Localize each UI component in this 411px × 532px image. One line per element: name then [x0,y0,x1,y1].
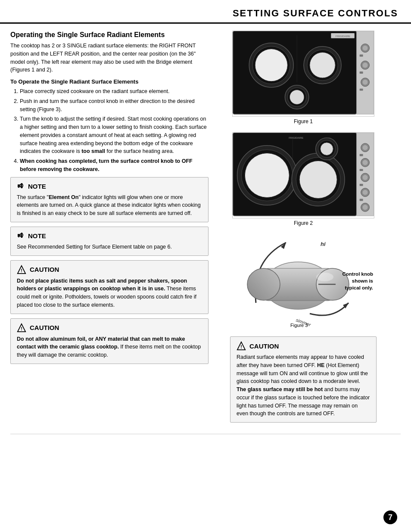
svg-point-8 [255,49,287,81]
svg-rect-23 [360,54,363,56]
caution-icon-right: ! [237,341,246,351]
svg-point-64 [316,273,333,281]
svg-text:!: ! [21,268,22,273]
figure2-svg: FRIGIDAIRE [232,132,374,218]
svg-point-20 [363,62,368,68]
svg-rect-52 [360,184,363,186]
caution-box-1: ! CAUTION Do not place plastic items suc… [10,260,209,314]
glass-hot-bold: The glass surface may still be hot [237,386,323,392]
svg-point-14 [290,90,304,105]
step-1: Place correctly sized cookware on the ra… [20,87,209,96]
caution1-body: Do not place plastic items such as salt … [17,277,202,309]
svg-point-34 [299,161,337,198]
figure1-label: Figure 1 [294,118,313,124]
caution-icon-1: ! [17,265,26,274]
page: SETTING SURFACE CONTROLS Operating the S… [0,0,411,532]
caution1-header: ! CAUTION [17,265,202,274]
step4-bold: When cooking has completed, turn the sur… [20,158,193,172]
right-column: FRIGIDAIRE Figure 1 [217,31,389,427]
svg-text:FRIGIDAIRE: FRIGIDAIRE [336,35,350,37]
svg-point-47 [363,190,368,195]
svg-point-43 [363,160,368,165]
svg-point-63 [247,268,280,300]
note2-title: NOTE [28,232,46,240]
steps-list: Place correctly sized cookware on the ra… [10,87,209,174]
figure3-label: Figure 3 [290,323,308,328]
note2-body: See Recommended Setting for Surface Elem… [17,243,202,251]
note2-header: 🕫 NOTE [17,231,202,240]
caution-right-title: CAUTION [249,342,279,350]
section-title: Operating the Single Surface Radiant Ele… [10,31,209,39]
svg-text:!: ! [240,344,242,349]
caution1-bold: Do not place plastic items such as salt … [17,278,187,292]
caution2-title: CAUTION [30,324,59,331]
caution-box-2: ! CAUTION Do not allow aluminum foil, or… [10,318,209,364]
svg-point-49 [363,205,368,210]
left-column: Operating the Single Surface Radiant Ele… [10,31,209,427]
svg-point-11 [310,53,335,78]
he-bold: HE [317,362,324,368]
svg-text:!: ! [21,326,22,331]
note-icon-2: 🕫 [17,231,25,240]
figure1-container: FRIGIDAIRE Figure 1 [217,31,389,124]
page-rule [10,434,401,434]
figure2-label: Figure 2 [294,220,313,226]
note1-title: NOTE [28,183,46,190]
caution2-header: ! CAUTION [17,323,202,333]
page-number: 7 [383,510,397,524]
svg-point-37 [321,143,333,156]
svg-rect-50 [360,154,363,156]
section-body: The cooktop has 2 or 3 SINGLE radiant su… [10,42,209,74]
caution2-bold: Do not allow aluminum foil, or ANY mater… [17,336,185,350]
note-icon-1: 🕫 [17,182,25,191]
caution1-title: CAUTION [30,266,59,273]
page-title: SETTING SURFACE CONTROLS [13,8,398,19]
step-2: Push in and turn the surface control kno… [20,97,209,114]
note1-body: The surface "Element On" indicator light… [17,193,202,218]
subsection-title: To Operate the Single Radiant Surface El… [10,78,209,85]
main-content: Operating the Single Surface Radiant Ele… [0,24,411,434]
knob-label: Control knobshown istypical only. [342,271,373,291]
svg-point-31 [245,153,289,198]
svg-text:FRIGIDAIRE: FRIGIDAIRE [289,137,303,139]
svg-point-45 [363,175,368,180]
note-box-1: 🕫 NOTE The surface "Element On" indicato… [10,177,209,222]
note1-header: 🕫 NOTE [17,182,202,191]
step-4: When cooking has completed, turn the sur… [20,157,209,174]
figure2-container: FRIGIDAIRE [217,132,389,226]
svg-rect-51 [360,169,363,171]
svg-point-22 [363,80,368,85]
caution-right-body: Radiant surface elements may appear to h… [237,353,370,418]
page-header: SETTING SURFACE CONTROLS [0,0,411,24]
svg-text:hi: hi [321,241,326,247]
caution2-body: Do not allow aluminum foil, or ANY mater… [17,335,202,359]
caution-right-header: ! CAUTION [237,341,370,351]
step-3: Turn the knob to adjust the setting if d… [20,115,209,156]
caution-icon-2: ! [17,323,26,333]
svg-rect-24 [360,72,363,74]
svg-point-41 [363,145,368,150]
svg-point-18 [363,46,368,51]
element-on-bold: Element On [49,194,78,200]
note-box-2: 🕫 NOTE See Recommended Setting for Surfa… [10,227,209,256]
figure3-container: hi OFF simmer [230,234,377,329]
svg-rect-25 [360,89,363,91]
step3-bold: too small [81,148,105,154]
figure1-svg: FRIGIDAIRE [232,31,374,117]
svg-rect-5 [357,31,374,114]
caution-box-right: ! CAUTION Radiant surface elements may a… [230,336,377,423]
svg-rect-53 [360,199,363,201]
